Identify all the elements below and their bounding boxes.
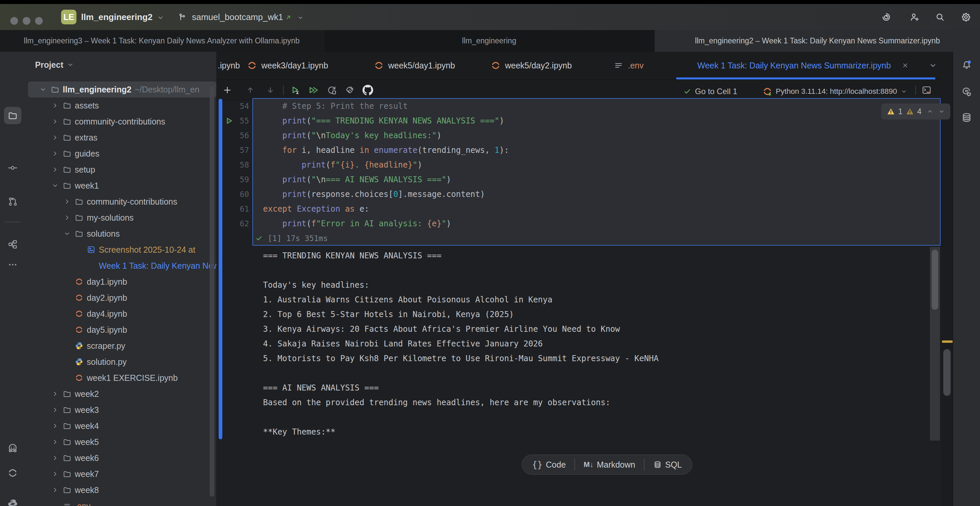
pull-request-tool-icon[interactable] [7, 196, 18, 207]
chevron-right-icon[interactable] [51, 390, 59, 398]
project-switcher[interactable]: llm_engineering2 [81, 4, 153, 30]
editor-tab-active[interactable]: Week 1 Task: Daily Kenyan News Summarize… [683, 52, 909, 79]
branch-selector[interactable]: samuel_bootcamp_wk1 [192, 4, 283, 30]
chevron-right-icon[interactable] [51, 102, 59, 109]
tree-item-day1-ipynb[interactable]: day1.ipynb [28, 274, 216, 290]
window-tab[interactable]: llm_engineering3 – Week 1 Task: Kenyan D… [0, 30, 323, 52]
output-scrollbar-thumb[interactable] [932, 250, 938, 310]
tree-item-community-contributions[interactable]: community-contributions [28, 194, 216, 210]
error-stripe-warning-mark[interactable] [942, 341, 953, 343]
project-panel-header[interactable]: Project [35, 57, 74, 73]
tree-item-solutions[interactable]: solutions [28, 226, 216, 242]
database-tool-icon[interactable] [961, 112, 972, 123]
huggingface-tool-icon[interactable] [7, 442, 18, 454]
editor-tab[interactable]: .ipynb [218, 52, 240, 79]
chevron-right-icon[interactable] [64, 198, 71, 205]
window-tab[interactable]: llm_engineering [324, 30, 654, 52]
tree-item-day4-ipynb[interactable]: day4.ipynb [28, 306, 216, 322]
inspections-widget[interactable]: 1 4 [881, 103, 950, 119]
tree-item--env[interactable]: .env [28, 498, 216, 506]
editor-tab[interactable]: .env [614, 52, 644, 79]
chevron-down-icon[interactable] [64, 230, 71, 237]
tree-item-llm-engineering2[interactable]: llm_engineering2~/Desktop/llm_en [28, 81, 216, 97]
editor-tab[interactable]: week3/day1.ipynb [247, 52, 328, 79]
more-tools-icon[interactable] [7, 259, 18, 270]
tree-item-week-1-task-daily-kenyan-news-[interactable]: Week 1 Task: Daily Kenyan News Summarize… [28, 258, 216, 274]
chevron-right-icon[interactable] [51, 470, 59, 477]
clear-outputs-button[interactable] [344, 85, 355, 95]
tree-item-scraper-py[interactable]: scraper.py [28, 338, 216, 354]
search-icon[interactable] [935, 12, 945, 22]
tree-item-week2[interactable]: week2 [28, 386, 216, 402]
tree-item-week1-exercise-ipynb[interactable]: week1 EXERCISE.ipynb [28, 370, 216, 386]
chevron-right-icon[interactable] [51, 134, 59, 141]
hidden-tabs-dropdown-icon[interactable] [929, 61, 937, 70]
tree-item-week4[interactable]: week4 [28, 418, 216, 434]
add-cell-button[interactable] [222, 85, 232, 95]
close-tab-icon[interactable] [901, 61, 909, 69]
cell-output[interactable]: === TRENDING KENYAN NEWS ANALYSIS === To… [263, 248, 659, 439]
editor-tab[interactable]: week5/day1.ipynb [374, 52, 455, 79]
run-line-marker-icon[interactable] [224, 116, 234, 126]
ai-chat-tool-icon[interactable] [961, 86, 972, 97]
tree-item-screenshot-2025-10-24-at[interactable]: Screenshot 2025-10-24 at [28, 242, 216, 258]
tree-item-my-solutions[interactable]: my-solutions [28, 210, 216, 226]
window-zoom-button[interactable] [35, 17, 43, 25]
window-minimize-button[interactable] [23, 17, 30, 25]
run-cell-button[interactable] [290, 85, 301, 95]
chevron-right-icon[interactable] [51, 150, 59, 157]
chevron-right-icon[interactable] [51, 422, 59, 430]
window-close-button[interactable] [10, 17, 18, 25]
editor-tab[interactable]: week5/day2.ipynb [491, 52, 572, 79]
add-sql-cell-button[interactable]: SQL [653, 460, 682, 469]
window-tab[interactable]: llm_engineering2 – Week 1 Task: Daily Ke… [655, 30, 980, 52]
tree-item-week5[interactable]: week5 [28, 434, 216, 450]
project-badge[interactable]: LE [61, 10, 76, 24]
chevron-right-icon[interactable] [51, 454, 59, 461]
add-code-cell-button[interactable]: {}Code [532, 460, 566, 469]
github-icon[interactable] [363, 85, 373, 95]
tree-item-guides[interactable]: guides [28, 146, 216, 162]
notifications-bell-icon[interactable] [961, 59, 972, 71]
tree-item-week6[interactable]: week6 [28, 450, 216, 466]
tree-item-week7[interactable]: week7 [28, 466, 216, 482]
editor-scrollbar-thumb[interactable] [943, 349, 951, 396]
chevron-down-icon[interactable] [40, 86, 47, 93]
move-cell-down-button[interactable] [266, 86, 275, 95]
tree-item-day5-ipynb[interactable]: day5.ipynb [28, 322, 216, 338]
tree-item-week3[interactable]: week3 [28, 402, 216, 418]
commit-tool-icon[interactable] [7, 162, 18, 173]
next-warning-icon[interactable] [938, 108, 945, 115]
jupyter-tool-icon[interactable] [7, 468, 18, 478]
tree-item-community-contributions[interactable]: community-contributions [28, 113, 216, 129]
project-tool-button[interactable] [4, 107, 21, 124]
restart-kernel-button[interactable] [326, 85, 337, 95]
chevron-down-icon[interactable] [297, 14, 304, 21]
chevron-right-icon[interactable] [51, 166, 59, 173]
ai-assistant-icon[interactable] [881, 12, 891, 22]
add-markdown-cell-button[interactable]: M↓Markdown [584, 460, 636, 469]
chevron-right-icon[interactable] [51, 438, 59, 446]
chevron-right-icon[interactable] [51, 486, 59, 494]
tree-item-solution-py[interactable]: solution.py [28, 354, 216, 370]
chevron-down-icon[interactable] [51, 182, 59, 189]
tree-item-extras[interactable]: extras [28, 129, 216, 146]
move-cell-up-button[interactable] [246, 86, 255, 95]
add-user-icon[interactable] [909, 12, 920, 22]
tree-item-week1[interactable]: week1 [28, 178, 216, 194]
chevron-right-icon[interactable] [51, 406, 59, 414]
structure-tool-icon[interactable] [7, 239, 18, 250]
project-tree-scrollbar[interactable] [210, 86, 214, 496]
tree-item-day2-ipynb[interactable]: day2.ipynb [28, 290, 216, 306]
jupyter-console-icon[interactable] [921, 85, 932, 95]
push-arrow-icon[interactable] [285, 13, 293, 21]
tree-item-setup[interactable]: setup [28, 162, 216, 178]
run-all-cells-button[interactable] [308, 85, 318, 95]
tree-item-assets[interactable]: assets [28, 97, 216, 113]
settings-gear-icon[interactable] [961, 12, 971, 22]
chevron-right-icon[interactable] [64, 214, 71, 221]
tree-item-week8[interactable]: week8 [28, 482, 216, 498]
python-console-tool-icon[interactable] [7, 498, 18, 506]
chevron-right-icon[interactable] [51, 118, 59, 125]
prev-warning-icon[interactable] [927, 108, 933, 115]
